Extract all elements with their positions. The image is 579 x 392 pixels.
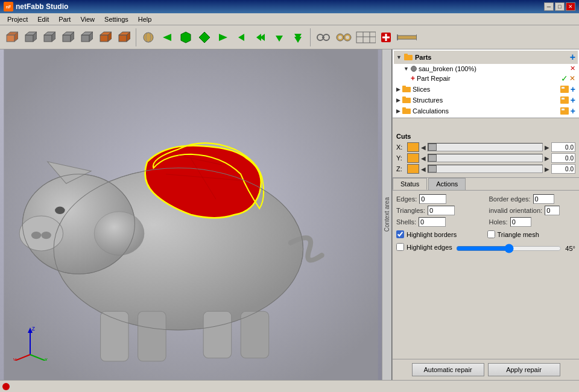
close-button[interactable]: ✕ [566, 2, 575, 11]
menu-settings[interactable]: Settings [100, 14, 133, 24]
cut-z-right-arrow[interactable]: ▶ [545, 166, 549, 172]
svg-text:y: y [13, 356, 16, 361]
toolbar-chain[interactable] [314, 28, 332, 46]
toolbar-arrow-left2[interactable] [233, 28, 251, 46]
cut-z-left-arrow[interactable]: ◀ [421, 166, 426, 172]
cut-x-slider[interactable] [428, 143, 543, 151]
tab-content-status: Edges: Border edges: Triangles: invalid … [393, 191, 579, 359]
toolbar-add[interactable] [377, 28, 395, 46]
structures-expand[interactable]: ▶ [396, 97, 400, 103]
triangle-mesh-label: Triangle mesh [498, 231, 539, 238]
tree-item-part-repair[interactable]: + Part Repair ✓ ✕ [408, 73, 578, 84]
tree-item-structures[interactable]: ▶ Structures + [394, 95, 578, 106]
add-part-button[interactable]: + [570, 52, 575, 63]
add-structure-button[interactable]: + [571, 95, 575, 105]
cut-x-left-arrow[interactable]: ◀ [421, 144, 426, 151]
cut-y-right-arrow[interactable]: ▶ [545, 155, 549, 162]
highlight-edges-row: Highlight edges [396, 243, 452, 251]
toolbar-gear[interactable] [332, 28, 354, 46]
invalid-orientation-value[interactable] [545, 206, 560, 215]
menu-part[interactable]: Part [54, 14, 75, 24]
invalid-orientation-row: invalid orientation: [489, 206, 576, 215]
triangle-mesh-checkbox[interactable] [487, 230, 495, 238]
tab-status[interactable]: Status [393, 178, 427, 190]
calc-expand[interactable]: ▶ [396, 108, 400, 114]
toolbar-grid[interactable] [355, 28, 376, 46]
repair-x-icon[interactable]: ✕ [569, 74, 575, 83]
holes-value[interactable] [510, 217, 531, 227]
cut-y-color[interactable] [407, 153, 419, 163]
structures-folder-icon [402, 96, 411, 104]
cut-y-label: Y: [396, 154, 405, 162]
pig-3d-view[interactable] [0, 49, 382, 380]
tree-folder-icon [404, 53, 413, 62]
svg-text:x: x [45, 356, 48, 361]
tree-expand[interactable]: ▼ [396, 54, 402, 60]
tree-item-calculations[interactable]: ▶ Calculations + [394, 106, 578, 116]
tab-actions[interactable]: Actions [428, 178, 466, 190]
toolbar-arrow-right[interactable] [214, 28, 232, 46]
cut-row-y: Y: ◀ ▶ 0.0 [396, 153, 575, 163]
toolbar-arrow-left3[interactable] [252, 28, 270, 46]
menu-help[interactable]: Help [133, 14, 157, 24]
svg-marker-27 [238, 34, 244, 41]
maximize-button[interactable]: □ [555, 2, 565, 11]
cut-z-color[interactable] [407, 164, 419, 174]
shells-label: Shells: [396, 218, 416, 226]
toolbar-cube-5[interactable] [77, 28, 95, 46]
svg-line-71 [15, 355, 30, 361]
toolbar-cube-3[interactable] [40, 28, 58, 46]
cut-y-left-arrow[interactable]: ◀ [421, 155, 426, 162]
toolbar-arrow-down[interactable] [270, 28, 288, 46]
cut-z-slider[interactable] [428, 165, 543, 173]
toolbar-hexagon[interactable] [177, 28, 195, 46]
toolbar-arrow-down2[interactable] [289, 28, 307, 46]
tree-header: ▼ Parts + [394, 51, 578, 64]
svg-point-54 [31, 232, 42, 239]
border-edges-label: Border edges: [489, 195, 531, 203]
edges-value[interactable] [419, 194, 446, 204]
svg-marker-24 [181, 32, 191, 43]
toolbar-sphere[interactable] [139, 28, 157, 46]
menu-edit[interactable]: Edit [33, 14, 54, 24]
toolbar-cube-7[interactable] [115, 28, 133, 46]
minimize-button[interactable]: ─ [544, 2, 554, 11]
menu-project[interactable]: Project [2, 14, 33, 24]
angle-slider[interactable] [456, 244, 562, 253]
automatic-repair-button[interactable]: Automatic repair [412, 363, 484, 376]
add-slice-button[interactable]: + [571, 84, 575, 94]
svg-point-37 [338, 36, 342, 39]
cut-y-slider[interactable] [428, 154, 543, 162]
tree-item-sau-broken[interactable]: ▼ sau_broken (100%) ✕ [401, 64, 578, 73]
part-expand[interactable]: ▼ [403, 66, 409, 72]
add-calc-button[interactable]: + [571, 106, 575, 116]
cut-x-color[interactable] [407, 142, 419, 152]
edges-row: Edges: [396, 194, 483, 204]
triangles-value[interactable] [428, 206, 455, 215]
highlight-edges-checkbox[interactable] [396, 243, 404, 251]
part-status-dot [411, 66, 417, 72]
shells-value[interactable] [419, 217, 446, 227]
tab-bar: Status Actions [393, 178, 579, 191]
tree-item-slices[interactable]: ▶ Slices + [394, 84, 578, 95]
menu-view[interactable]: View [75, 14, 100, 24]
slices-expand[interactable]: ▶ [396, 86, 400, 92]
svg-rect-82 [402, 96, 406, 99]
border-edges-value[interactable] [533, 194, 554, 204]
parts-tree: ▼ Parts + ▼ sau_broken (100%) ✕ [393, 49, 579, 118]
toolbar-sep-1 [136, 28, 136, 46]
part-close-button[interactable]: ✕ [570, 65, 575, 72]
toolbar-measure[interactable] [396, 28, 417, 46]
svg-rect-9 [63, 35, 71, 42]
toolbar-cube-1[interactable] [2, 28, 21, 46]
viewport[interactable]: z y x Context area [0, 49, 392, 380]
toolbar-cube-6[interactable] [96, 28, 114, 46]
toolbar-cube-2[interactable] [21, 28, 39, 46]
toolbar-diamond[interactable] [195, 28, 214, 46]
angle-value: 45° [565, 245, 575, 252]
cut-x-right-arrow[interactable]: ▶ [545, 144, 549, 151]
apply-repair-button[interactable]: Apply repair [488, 363, 560, 376]
highlight-borders-checkbox[interactable] [396, 230, 404, 238]
toolbar-cube-4[interactable] [59, 28, 77, 46]
toolbar-arrow-left[interactable] [158, 28, 176, 46]
